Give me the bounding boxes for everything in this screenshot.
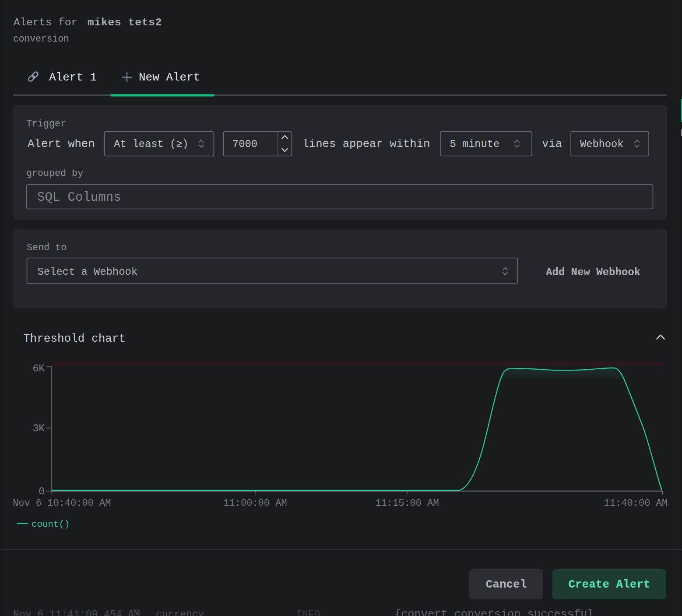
svg-text:7000: 7000 [232, 138, 257, 150]
svg-text:conversion: conversion [13, 34, 69, 44]
svg-text:Webhook: Webhook [580, 138, 624, 150]
svg-text:currency: currency [156, 609, 204, 616]
svg-text:11:00:00 AM: 11:00:00 AM [223, 498, 287, 509]
svg-text:Trigger: Trigger [26, 119, 66, 130]
svg-text:Create Alert: Create Alert [568, 578, 650, 591]
svg-text:5 minute: 5 minute [450, 138, 500, 150]
svg-text:{convert conversion successful: {convert conversion successful [394, 608, 594, 616]
svg-text:11:15:00 AM: 11:15:00 AM [375, 498, 439, 509]
svg-text:At least (≥): At least (≥) [114, 138, 189, 150]
svg-text:count(): count() [32, 519, 70, 529]
svg-text:3K: 3K [32, 423, 45, 434]
svg-text:Alert 1: Alert 1 [49, 71, 97, 84]
svg-text:lines appear within: lines appear within [302, 138, 430, 150]
svg-text:via: via [542, 138, 562, 150]
svg-text:Alert when: Alert when [28, 138, 95, 150]
svg-text:Select a Webhook: Select a Webhook [38, 266, 138, 278]
svg-text:SQL Columns: SQL Columns [37, 190, 121, 205]
svg-text:0: 0 [39, 486, 45, 497]
svg-text:Send to: Send to [27, 242, 67, 253]
svg-text:Add New Webhook: Add New Webhook [546, 266, 640, 278]
svg-text:Alerts for: Alerts for [14, 17, 77, 28]
svg-text:11:40:00 AM: 11:40:00 AM [604, 498, 668, 509]
svg-text:Threshold chart: Threshold chart [23, 332, 126, 345]
svg-text:INFO: INFO [296, 609, 320, 616]
svg-text:6K: 6K [32, 363, 45, 374]
svg-text:Nov 6 11:41:09.454 AM: Nov 6 11:41:09.454 AM [13, 609, 140, 616]
svg-text:New Alert: New Alert [139, 71, 200, 84]
svg-text:Nov 6 10:40:00 AM: Nov 6 10:40:00 AM [13, 498, 111, 509]
svg-text:Cancel: Cancel [486, 578, 527, 591]
svg-text:grouped by: grouped by [26, 168, 83, 179]
svg-text:mikes tets2: mikes tets2 [88, 17, 162, 28]
